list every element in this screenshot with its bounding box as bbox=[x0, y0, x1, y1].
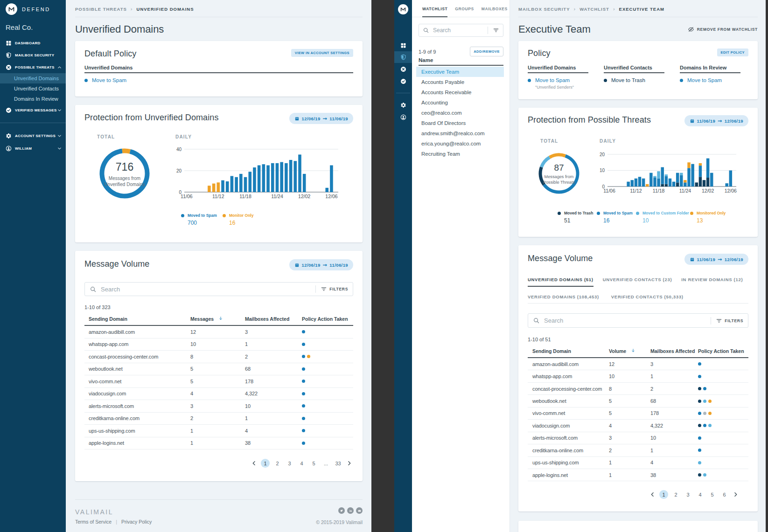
watchlist-item-ceo-realco-com[interactable]: ceo@realco.com bbox=[416, 108, 504, 118]
pagination-page-2[interactable]: 2 bbox=[671, 490, 680, 499]
column-header-volume[interactable]: Volume bbox=[609, 348, 650, 357]
tab-verified-domains-108-453[interactable]: VERIFIED DOMAINS (108,453) bbox=[528, 294, 599, 299]
table-row[interactable]: viadocusign.com44,322 bbox=[528, 420, 748, 432]
rail-item-check-circle-icon[interactable] bbox=[394, 75, 412, 87]
pagination-page-3[interactable]: 3 bbox=[285, 459, 294, 468]
tab-unverified-domains-51[interactable]: UNVERIFIED DOMAINS (51) bbox=[528, 277, 593, 287]
pagination-page-1[interactable]: 1 bbox=[261, 459, 270, 468]
breadcrumb-possible-threats[interactable]: POSSIBLE THREATS bbox=[75, 7, 127, 12]
table-row[interactable]: whatspp-app.com101 bbox=[84, 339, 353, 351]
watchlist-item-recruiting-team[interactable]: Recruiting Team bbox=[416, 149, 504, 159]
sidebar-item-verified-messages[interactable]: VERIFIED MESSAGES bbox=[0, 104, 66, 116]
filters-button[interactable]: FILTERS bbox=[329, 287, 348, 291]
sidebar-item-william[interactable]: WILLIAM bbox=[0, 142, 66, 155]
column-header-sending-domain[interactable]: Sending Domain bbox=[89, 316, 190, 325]
table-row[interactable]: apple-logins.net138 bbox=[528, 469, 748, 481]
tab-watchlist[interactable]: WATCHLIST bbox=[422, 7, 447, 17]
tab-in-review-domains-12[interactable]: IN REVIEW DOMAINS (12) bbox=[681, 277, 743, 287]
rail-item-shield-icon[interactable] bbox=[394, 51, 412, 63]
rail-item-gear-icon[interactable] bbox=[394, 99, 412, 111]
table-row[interactable]: viadocusign.com44,322 bbox=[84, 388, 353, 401]
pagination-next-button[interactable] bbox=[346, 460, 353, 467]
table-row[interactable]: alerts-microsoft.com310 bbox=[528, 432, 748, 444]
table-row[interactable]: creditkarna-online.com21 bbox=[528, 444, 748, 456]
search-box[interactable]: Search bbox=[419, 24, 503, 37]
date-range-chip[interactable]: 11/06/19 ➞ 12/06/19 bbox=[684, 115, 748, 126]
filters-button[interactable]: FILTERS bbox=[725, 318, 743, 323]
table-row[interactable]: amazon-audibill.com123 bbox=[84, 326, 353, 339]
table-row[interactable]: ups-us-shipping.com14 bbox=[84, 425, 353, 437]
table-row[interactable]: whatspp-app.com101 bbox=[528, 370, 748, 382]
sidebar-subitem-unverified-contacts[interactable]: Unverified Contacts bbox=[0, 83, 66, 94]
tab-mailboxes[interactable]: MAILBOXES bbox=[482, 7, 508, 17]
date-range-chip[interactable]: 12/06/19 ➞ 11/06/19 bbox=[289, 259, 353, 270]
search-input[interactable]: Search bbox=[433, 27, 488, 34]
edit-policy-button[interactable]: EDIT POLICY bbox=[717, 48, 749, 56]
table-row[interactable]: weboutlook.net568 bbox=[528, 395, 748, 407]
add-remove-button[interactable]: ADD/REMOVE bbox=[470, 47, 503, 56]
sidebar-item-possible-threats[interactable]: POSSIBLE THREATS bbox=[0, 61, 66, 73]
table-row[interactable]: alerts-microsoft.com310 bbox=[84, 400, 353, 413]
breadcrumb-watchlist[interactable]: WATCHLIST bbox=[579, 7, 609, 12]
tab-verified-contacts-50-333[interactable]: VERIFIED CONTACTS (50,333) bbox=[611, 294, 684, 299]
sidebar-item-mailbox-security[interactable]: MAILBOX SECURITY bbox=[0, 49, 66, 61]
table-row[interactable]: amazon-audibill.com123 bbox=[528, 358, 748, 370]
breadcrumb-mailbox-security[interactable]: MAILBOX SECURITY bbox=[518, 7, 570, 12]
pagination-page-3[interactable]: 3 bbox=[684, 490, 692, 499]
table-row[interactable]: creditkarna-online.com21 bbox=[84, 413, 353, 425]
view-in-account-settings-button[interactable]: VIEW IN ACCOUNT SETTINGS bbox=[291, 49, 353, 57]
watchlist-item-board-of-directors[interactable]: Board Of Directors bbox=[416, 118, 504, 128]
sidebar-item-dashboard[interactable]: DASHBOARD bbox=[0, 37, 66, 49]
pagination-page-4[interactable]: 4 bbox=[696, 490, 705, 499]
date-range-chip[interactable]: 12/06/19 ➞ 11/06/19 bbox=[289, 113, 353, 124]
date-range-chip[interactable]: 11/06/19 ➞ 12/06/19 bbox=[684, 254, 748, 265]
column-header-messages[interactable]: Messages bbox=[190, 316, 245, 325]
pagination-page-5[interactable]: 5 bbox=[309, 459, 318, 468]
linkedin-icon[interactable] bbox=[347, 507, 354, 514]
email-icon[interactable] bbox=[356, 507, 363, 514]
pagination-next-button[interactable] bbox=[732, 491, 739, 498]
pagination-page-2[interactable]: 2 bbox=[273, 459, 282, 468]
pagination-page-33[interactable]: 33 bbox=[334, 459, 342, 468]
pagination-page-5[interactable]: 5 bbox=[708, 490, 717, 499]
pagination-prev-button[interactable] bbox=[649, 491, 656, 498]
table-row[interactable]: vivo-comm.net5178 bbox=[84, 375, 353, 388]
watchlist-item-accounts-payable[interactable]: Accounts Payable bbox=[416, 77, 504, 87]
column-header-policy-action-taken[interactable]: Policy Action Taken bbox=[302, 316, 348, 325]
watchlist-item-executive-team[interactable]: Executive Team bbox=[416, 67, 504, 77]
table-row[interactable]: vivo-comm.net5178 bbox=[528, 408, 748, 420]
tab-groups[interactable]: GROUPS bbox=[455, 7, 474, 17]
search-box[interactable]: Search FILTERS bbox=[84, 282, 353, 296]
footer-link-privacy-policy[interactable]: Privacy Policy bbox=[121, 519, 152, 525]
watchlist-item-erica-young-realco-com[interactable]: erica.young@realco.com bbox=[416, 138, 504, 149]
column-header-mailboxes-affected[interactable]: Mailboxes Affected bbox=[650, 348, 698, 357]
rail-item-grid-icon[interactable] bbox=[394, 39, 412, 51]
remove-from-watchlist-button[interactable]: REMOVE FROM WATCHLIST bbox=[688, 26, 758, 33]
pagination-prev-button[interactable] bbox=[251, 460, 258, 467]
table-row[interactable]: weboutlook.net568 bbox=[84, 363, 353, 376]
table-row[interactable]: concast-processing-center.com82 bbox=[528, 383, 748, 395]
watchlist-item-accounting[interactable]: Accounting bbox=[416, 97, 504, 108]
sidebar-item-account-settings[interactable]: ACCOUNT SETTINGS bbox=[0, 130, 66, 142]
pagination-page-6[interactable]: 6 bbox=[720, 490, 729, 499]
search-input[interactable]: Search bbox=[101, 286, 315, 293]
footer-link-terms-of-service[interactable]: Terms of Service bbox=[75, 519, 112, 525]
column-header-mailboxes-affected[interactable]: Mailboxes Affected bbox=[245, 316, 302, 325]
watchlist-item-andrew-smith-realco-com[interactable]: andrew.smith@realco.com bbox=[416, 128, 504, 138]
tab-unverified-contacts-23[interactable]: UNVERIFIED CONTACTS (23) bbox=[603, 277, 672, 287]
rail-item-x-circle-icon[interactable] bbox=[394, 63, 412, 75]
column-header-policy-action-taken[interactable]: Policy Action Taken bbox=[698, 348, 744, 357]
sidebar-subitem-domains-in-review[interactable]: Domains In Review bbox=[0, 94, 66, 104]
sidebar-subitem-unverified-domains[interactable]: Unverified Domains bbox=[0, 73, 66, 83]
rail-item-person-icon[interactable] bbox=[394, 111, 412, 123]
column-header-sending-domain[interactable]: Sending Domain bbox=[532, 348, 609, 357]
table-row[interactable]: apple-logins.net138 bbox=[84, 437, 353, 450]
table-row[interactable]: ups-us-shipping.com14 bbox=[528, 457, 748, 469]
pagination-page-1[interactable]: 1 bbox=[659, 490, 668, 499]
twitter-icon[interactable] bbox=[338, 507, 345, 514]
pagination-page-4[interactable]: 4 bbox=[297, 459, 306, 468]
search-input[interactable]: Search bbox=[544, 317, 711, 324]
watchlist-item-accounts-receivable[interactable]: Accounts Receivable bbox=[416, 87, 504, 97]
table-row[interactable]: concast-processing-center.com82 bbox=[84, 351, 353, 363]
search-box[interactable]: Search FILTERS bbox=[528, 313, 748, 328]
